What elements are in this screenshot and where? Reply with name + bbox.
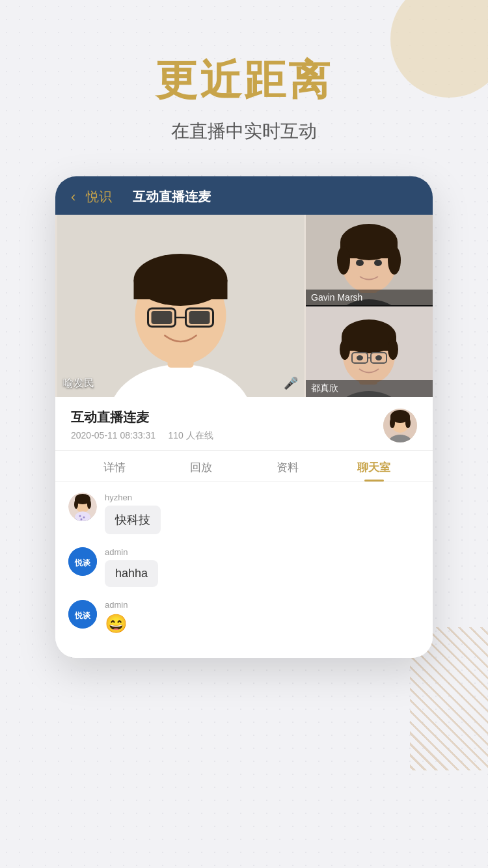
app-title-center: 互动直播连麦 [133,188,211,206]
tab-bar: 详情 回放 资料 聊天室 [55,451,433,482]
side-person-1-label: Gavin Marsh [306,290,433,305]
admin-avatar-2: 悦谈 [68,600,97,629]
page-subtitle: 在直播中实时互动 [171,119,317,144]
chat-bubble-1: 快科技 [105,506,161,534]
info-left: 互动直播连麦 2020-05-11 08:33:31 110 人在线 [71,409,213,442]
svg-point-49 [79,515,81,517]
page-headline: 更近距离 [156,52,332,109]
svg-point-47 [87,500,91,509]
side-video-2: 都真欣 [306,306,433,397]
chat-avatar-1 [68,493,97,521]
chat-username-1: hyzhen [105,493,161,502]
svg-rect-6 [152,311,172,324]
chat-message-2: 悦谈 admin hahha [68,547,420,587]
stream-online-count: 110 人在线 [168,430,213,441]
side-person-2-label: 都真欣 [306,380,433,397]
svg-point-17 [337,246,350,275]
chat-content-2: admin hahha [105,547,158,587]
chat-message-3: 悦谈 admin 😄 [68,600,420,634]
svg-point-40 [405,418,411,428]
stream-title: 互动直播连麦 [71,409,213,426]
tab-detail[interactable]: 详情 [71,451,157,481]
video-main: 喻发民 🎤 [55,215,306,397]
svg-point-27 [340,339,350,360]
chat-username-3: admin [105,600,128,610]
chat-avatar-3: 悦谈 [68,600,97,629]
phone-mockup: ‹ 悦识 互动直播连麦 [55,176,433,658]
info-section: 互动直播连麦 2020-05-11 08:33:31 110 人在线 [55,397,433,451]
main-person-video [55,215,306,397]
chat-username-2: admin [105,547,158,557]
chat-content-3: admin 😄 [105,600,128,634]
chat-content-1: hyzhen 快科技 [105,493,161,534]
svg-point-19 [356,260,364,266]
back-button[interactable]: ‹ [71,189,75,206]
chat-emoji-3: 😄 [105,613,128,634]
svg-point-46 [74,500,78,509]
svg-text:悦谈: 悦谈 [74,611,91,620]
svg-point-18 [388,246,401,275]
admin-avatar-1: 悦谈 [68,547,97,576]
video-side: Gavin Marsh [306,215,433,397]
svg-point-39 [390,418,395,428]
video-area: 喻发民 🎤 [55,215,433,397]
mic-icon: 🎤 [284,376,298,390]
svg-point-20 [374,260,382,266]
svg-rect-7 [189,311,210,324]
stream-meta: 2020-05-11 08:33:31 110 人在线 [71,430,213,442]
tab-chat[interactable]: 聊天室 [331,451,417,481]
svg-point-51 [81,519,83,521]
svg-point-28 [388,339,398,360]
host-avatar-img [383,409,417,442]
svg-point-33 [375,355,382,360]
main-person-label: 喻发民 [63,377,94,390]
tab-materials[interactable]: 资料 [244,451,331,481]
chat-area: hyzhen 快科技 悦谈 admin hahha [55,482,433,658]
side-video-1: Gavin Marsh [306,215,433,305]
chat-bubble-2: hahha [105,560,158,587]
main-avatar-svg [55,215,306,397]
tab-replay[interactable]: 回放 [157,451,244,481]
svg-rect-5 [134,280,228,299]
hyzhen-avatar [68,493,97,521]
svg-text:悦谈: 悦谈 [74,558,91,567]
app-title-left: 悦识 [86,188,112,206]
svg-point-32 [357,355,363,360]
app-header: ‹ 悦识 互动直播连麦 [55,176,433,215]
stream-date: 2020-05-11 08:33:31 [71,430,156,441]
chat-avatar-2: 悦谈 [68,547,97,576]
host-avatar [383,409,417,442]
svg-point-50 [83,517,85,519]
chat-message-1: hyzhen 快科技 [68,493,420,534]
